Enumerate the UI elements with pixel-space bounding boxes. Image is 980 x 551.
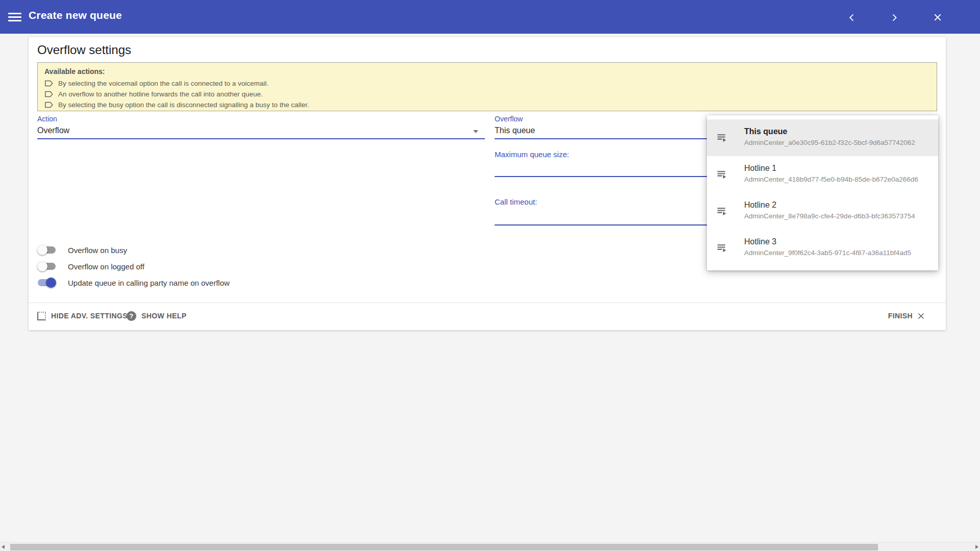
infobox-heading: Available actions: [44, 67, 930, 76]
overflow-select-value: This queue [495, 126, 535, 135]
horizontal-scrollbar[interactable] [0, 542, 980, 551]
show-help-button[interactable]: ? SHOW HELP [127, 308, 186, 323]
dropdown-item-subtitle: AdminCenter_9f0f62c4-3ab5-971c-4f87-a36a… [744, 248, 930, 258]
dropdown-item-title: Hotline 3 [744, 237, 930, 247]
toggle-knob [37, 261, 47, 271]
hide-adv-settings-button[interactable]: HIDE ADV. SETTINGS [37, 308, 128, 323]
info-item: An overflow to another hotline forwards … [44, 89, 930, 99]
scroll-right-icon[interactable] [975, 545, 978, 549]
toggle-row: Update queue in calling party name on ov… [37, 276, 230, 290]
toggle-row: Overflow on logged off [37, 259, 144, 273]
dropdown-item-title: Hotline 2 [744, 200, 930, 210]
close-button[interactable] [929, 9, 946, 26]
page: Create new queue Overflow settings Avail… [0, 0, 980, 551]
overflow-queue-dropdown: This queue AdminCenter_a0e30c95-61b2-f32… [707, 115, 938, 270]
scroll-left-icon[interactable] [2, 545, 5, 549]
toggle-knob [37, 245, 47, 255]
playlist-play-icon [716, 205, 728, 219]
dropdown-item-subtitle: AdminCenter_8e798a9c-cfe4-29de-d6b3-bfc3… [744, 211, 930, 221]
label-tag-icon [44, 90, 54, 98]
dropdown-item-hotline-3[interactable]: Hotline 3 AdminCenter_9f0f62c4-3ab5-971c… [707, 230, 938, 266]
chevron-right-icon [890, 13, 899, 22]
playlist-play-icon [716, 131, 728, 146]
dropdown-arrow-icon [473, 130, 478, 133]
max-queue-size-label: Maximum queue size: [495, 150, 569, 159]
dropdown-item-subtitle: AdminCenter_418b9d77-f5e0-b94b-85de-b672… [744, 174, 930, 184]
info-item: By selecting the voicemail option the ca… [44, 78, 930, 89]
update-queue-name-toggle[interactable] [37, 278, 56, 288]
footer-divider [29, 303, 946, 303]
toggle-label: Overflow on logged off [68, 262, 144, 271]
back-button[interactable] [843, 9, 860, 26]
info-item: By selecting the busy option the call is… [44, 99, 930, 110]
section-title: Overflow settings [37, 43, 131, 57]
info-item-text: An overflow to another hotline forwards … [58, 90, 263, 98]
label-tag-icon [44, 80, 54, 87]
dropdown-item-subtitle: AdminCenter_a0e30c95-61b2-f32c-5bcf-9d6a… [744, 138, 930, 147]
playlist-play-icon [716, 241, 728, 256]
info-item-text: By selecting the voicemail option the ca… [58, 80, 268, 87]
action-select[interactable]: Overflow [37, 125, 485, 139]
action-label: Action [37, 115, 57, 123]
close-icon [933, 13, 942, 22]
menu-icon[interactable] [8, 11, 21, 23]
toggle-label: Update queue in calling party name on ov… [68, 279, 230, 287]
border-style-icon [37, 312, 46, 320]
info-item-text: By selecting the busy option the call is… [58, 101, 309, 109]
toggle-label: Overflow on busy [68, 246, 127, 255]
dropdown-item-hotline-1[interactable]: Hotline 1 AdminCenter_418b9d77-f5e0-b94b… [707, 156, 938, 193]
finish-label: FINISH [888, 312, 913, 320]
toggle-knob [46, 278, 56, 288]
dropdown-item-title: Hotline 1 [744, 163, 930, 173]
overflow-on-busy-toggle[interactable] [37, 245, 56, 255]
available-actions-infobox: Available actions: By selecting the voic… [37, 62, 937, 111]
show-help-label: SHOW HELP [141, 312, 186, 320]
scrollbar-thumb[interactable] [10, 544, 878, 550]
action-select-value: Overflow [37, 126, 69, 135]
action-underline [37, 138, 485, 139]
call-timeout-label: Call timeout: [495, 197, 537, 206]
overflow-on-logged-off-toggle[interactable] [37, 261, 56, 271]
playlist-play-icon [716, 168, 728, 183]
dropdown-item-hotline-2[interactable]: Hotline 2 AdminCenter_8e798a9c-cfe4-29de… [707, 193, 938, 230]
toggle-row: Overflow on busy [37, 243, 127, 257]
hide-adv-settings-label: HIDE ADV. SETTINGS [51, 312, 128, 320]
overflow-label: Overflow [495, 115, 523, 123]
finish-button[interactable]: FINISH [888, 308, 925, 323]
help-icon: ? [127, 311, 136, 321]
chevron-left-icon [847, 13, 856, 22]
label-tag-icon [44, 101, 54, 109]
dropdown-item-this-queue[interactable]: This queue AdminCenter_a0e30c95-61b2-f32… [707, 119, 938, 156]
finish-close-icon [917, 312, 925, 320]
forward-button[interactable] [886, 9, 902, 26]
dropdown-item-title: This queue [744, 127, 930, 137]
page-title: Create new queue [29, 9, 122, 21]
app-header: Create new queue [0, 0, 980, 34]
